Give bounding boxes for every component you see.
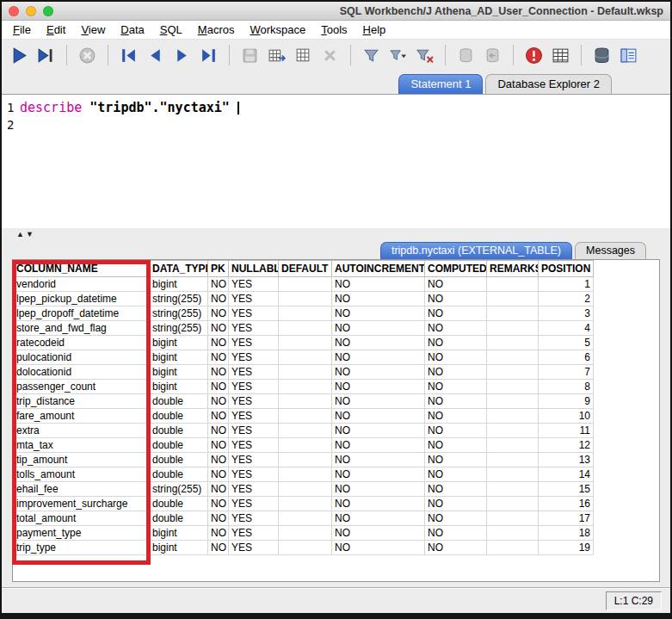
splitter-collapse-up-icon[interactable]: ▲ bbox=[16, 230, 26, 238]
table-row[interactable]: pulocationidbigintNOYESNONO6 bbox=[14, 350, 594, 365]
column-header-default[interactable]: DEFAULT bbox=[279, 261, 332, 277]
table-cell: NO bbox=[208, 526, 229, 541]
table-cell: 8 bbox=[539, 380, 594, 394]
table-row[interactable]: improvement_surchargedoubleNOYESNONO16 bbox=[14, 497, 594, 511]
save-button[interactable] bbox=[237, 43, 262, 68]
table-row[interactable]: vendoridbigintNOYESNONO1 bbox=[14, 277, 594, 292]
column-header-computed[interactable]: COMPUTED bbox=[425, 261, 487, 277]
column-header-position[interactable]: POSITION bbox=[539, 261, 594, 277]
table-row[interactable]: fare_amountdoubleNOYESNONO10 bbox=[14, 409, 594, 424]
table-row[interactable]: lpep_pickup_datetimestring(255)NOYESNONO… bbox=[14, 292, 594, 306]
stop-button[interactable] bbox=[75, 43, 100, 68]
delete-row-button[interactable] bbox=[318, 43, 342, 68]
table-row[interactable]: tolls_amountdoubleNOYESNONO14 bbox=[14, 467, 594, 482]
delete-x-icon bbox=[321, 46, 339, 65]
reset-filter-button[interactable] bbox=[412, 43, 437, 68]
column-header-column_name[interactable]: COLUMN_NAME bbox=[14, 261, 150, 277]
splitter-collapse-down-icon[interactable]: ▼ bbox=[26, 230, 35, 238]
column-header-autoincrement[interactable]: AUTOINCREMENT bbox=[332, 261, 425, 277]
table-row[interactable]: mta_taxdoubleNOYESNONO12 bbox=[14, 438, 594, 453]
column-header-remarks[interactable]: REMARKS bbox=[487, 261, 539, 277]
table-cell bbox=[279, 292, 332, 306]
filter-dropdown-button[interactable] bbox=[385, 43, 410, 68]
table-cell: NO bbox=[332, 365, 425, 380]
table-cell: NO bbox=[332, 409, 425, 424]
table-cell: NO bbox=[332, 380, 425, 394]
table-cell bbox=[487, 541, 539, 555]
table-cell bbox=[279, 453, 332, 467]
table-row[interactable]: passenger_countbigintNOYESNONO8 bbox=[14, 380, 594, 394]
table-cell: NO bbox=[332, 350, 425, 365]
table-cell bbox=[487, 526, 539, 541]
first-statement-button[interactable] bbox=[116, 43, 141, 68]
append-results-button[interactable] bbox=[548, 43, 573, 68]
connection-info-button[interactable] bbox=[589, 43, 614, 68]
menu-file[interactable]: File bbox=[5, 22, 39, 38]
table-row[interactable]: trip_typebigintNOYESNONO19 bbox=[14, 541, 594, 555]
table-cell: trip_type bbox=[14, 541, 150, 555]
table-cell: string(255) bbox=[150, 321, 208, 336]
close-window-icon[interactable] bbox=[9, 6, 19, 16]
menu-data[interactable]: Data bbox=[113, 22, 151, 38]
execute-sql-button[interactable] bbox=[7, 43, 32, 68]
column-header-pk[interactable]: PK bbox=[208, 261, 229, 277]
table-cell: 1 bbox=[539, 277, 594, 292]
menu-workspace[interactable]: Workspace bbox=[242, 22, 313, 38]
insert-row-button[interactable] bbox=[264, 43, 289, 68]
table-cell: NO bbox=[425, 541, 487, 555]
rollback-button[interactable] bbox=[480, 43, 505, 68]
table-cell: dolocationid bbox=[14, 365, 150, 380]
table-cell: double bbox=[150, 511, 208, 526]
table-row[interactable]: extradoubleNOYESNONO11 bbox=[14, 424, 594, 438]
table-cell: NO bbox=[425, 497, 487, 511]
tab-database-explorer-2[interactable]: Database Explorer 2 bbox=[485, 74, 612, 94]
result-tab-messages[interactable]: Messages bbox=[575, 242, 646, 259]
sql-editor[interactable]: 1 describe "tripdb"."nyctaxi" 2 bbox=[2, 94, 670, 228]
table-row[interactable]: dolocationidbigintNOYESNONO7 bbox=[14, 365, 594, 380]
table-cell: 6 bbox=[539, 350, 594, 365]
commit-button[interactable] bbox=[453, 43, 478, 68]
menu-help[interactable]: Help bbox=[355, 22, 394, 38]
minimize-window-icon[interactable] bbox=[26, 6, 36, 16]
menu-edit[interactable]: Edit bbox=[39, 22, 73, 38]
toolbar bbox=[2, 40, 670, 71]
last-statement-button[interactable] bbox=[196, 43, 221, 68]
table-cell bbox=[487, 306, 539, 321]
table-row[interactable]: total_amountdoubleNOYESNONO17 bbox=[14, 511, 594, 526]
table-row[interactable]: store_and_fwd_flagstring(255)NOYESNONO4 bbox=[14, 321, 594, 336]
window-controls bbox=[9, 6, 53, 16]
table-cell bbox=[279, 350, 332, 365]
zoom-window-icon[interactable] bbox=[43, 6, 53, 16]
next-statement-button[interactable] bbox=[170, 43, 194, 68]
previous-statement-button[interactable] bbox=[143, 43, 168, 68]
ignore-errors-button[interactable] bbox=[521, 43, 546, 68]
table-row[interactable]: trip_distancedoubleNOYESNONO9 bbox=[14, 394, 594, 409]
menu-sql[interactable]: SQL bbox=[152, 22, 190, 38]
table-cell: NO bbox=[208, 321, 229, 336]
table-cell: 19 bbox=[539, 541, 594, 555]
table-cell: NO bbox=[425, 350, 487, 365]
table-cell: lpep_pickup_datetime bbox=[14, 292, 150, 306]
column-header-nullable[interactable]: NULLABLE bbox=[229, 261, 279, 277]
pane-splitter[interactable]: ▲ ▼ bbox=[2, 228, 670, 239]
table-copy-icon bbox=[294, 46, 312, 65]
copy-row-button[interactable] bbox=[291, 43, 316, 68]
table-row[interactable]: lpep_dropoff_datetimestring(255)NOYESNON… bbox=[14, 306, 594, 321]
database-explorer-button[interactable] bbox=[616, 43, 641, 68]
column-header-data_type[interactable]: DATA_TYPE bbox=[150, 261, 208, 277]
result-panel: tripdb.nyctaxi (EXTERNAL_TABLE)Messages … bbox=[2, 239, 670, 587]
result-tab-tripdb-nyctaxi-external-table[interactable]: tripdb.nyctaxi (EXTERNAL_TABLE) bbox=[380, 242, 572, 259]
table-cell: extra bbox=[14, 424, 150, 438]
filter-button[interactable] bbox=[359, 43, 384, 68]
table-row[interactable]: payment_typebigintNOYESNONO18 bbox=[14, 526, 594, 541]
tab-statement-1[interactable]: Statement 1 bbox=[398, 74, 483, 94]
table-row[interactable]: ratecodeidbigintNOYESNONO5 bbox=[14, 336, 594, 350]
menu-tools[interactable]: Tools bbox=[313, 22, 354, 38]
table-row[interactable]: tip_amountdoubleNOYESNONO13 bbox=[14, 453, 594, 467]
execute-current-button[interactable] bbox=[34, 43, 59, 68]
menu-view[interactable]: View bbox=[73, 22, 113, 38]
menu-macros[interactable]: Macros bbox=[190, 22, 243, 38]
result-grid-container[interactable]: COLUMN_NAMEDATA_TYPEPKNULLABLEDEFAULTAUT… bbox=[12, 259, 660, 582]
menu-bar: FileEditViewDataSQLMacrosWorkspaceToolsH… bbox=[2, 21, 670, 40]
table-row[interactable]: ehail_feestring(255)NOYESNONO15 bbox=[14, 482, 594, 497]
